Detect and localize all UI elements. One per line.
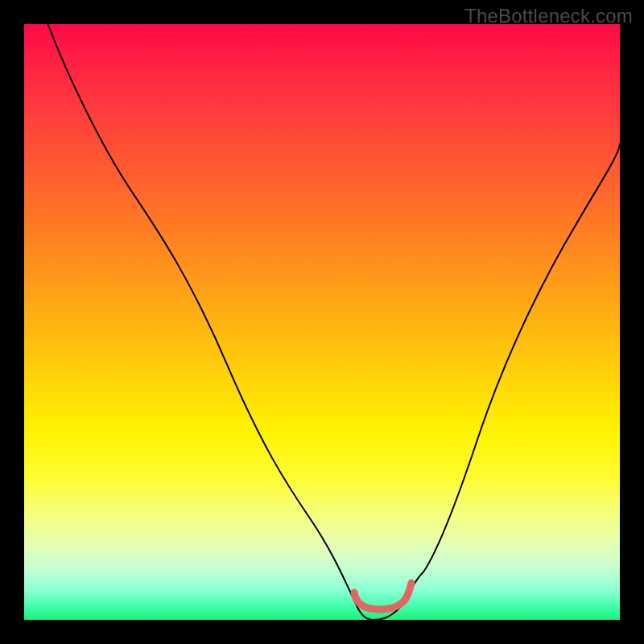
plot-area — [24, 24, 620, 620]
watermark-text: TheBottleneck.com — [464, 5, 633, 27]
chart-frame: TheBottleneck.com — [0, 0, 644, 644]
bottleneck-curve — [48, 24, 620, 620]
optimal-zone-marker — [354, 583, 411, 609]
chart-svg — [24, 24, 620, 620]
